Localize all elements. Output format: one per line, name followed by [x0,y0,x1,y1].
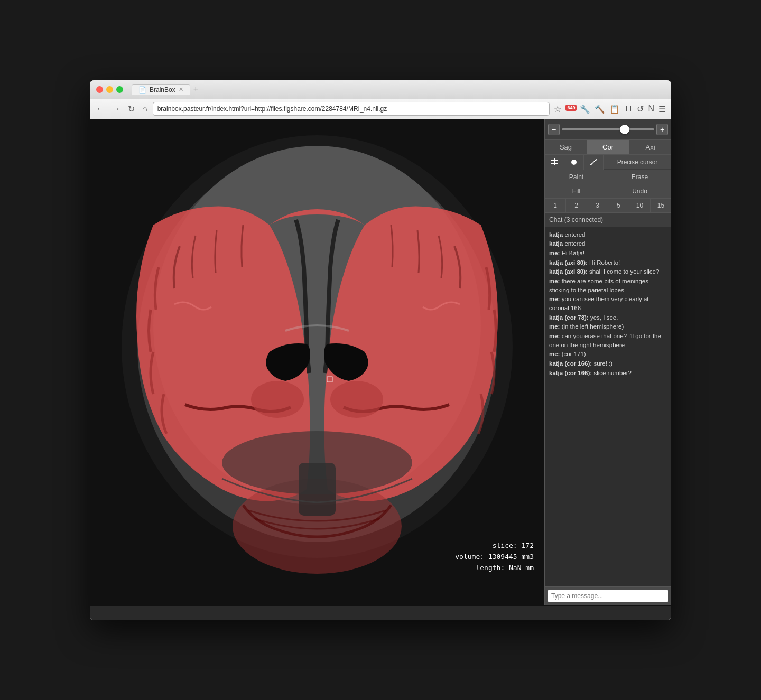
page-icon[interactable]: 📋 [608,103,621,115]
chat-msg-5: me: there are some bits of meninges stic… [549,277,667,294]
refresh-button[interactable]: ↻ [126,103,137,115]
brightness-plus-button[interactable]: + [656,124,668,135]
nav-extras: 649 🔧 🔨 📋 🖥 ↺ N ☰ [565,103,667,115]
tools-icon[interactable]: 🔨 [593,103,606,115]
monitor-icon[interactable]: 🖥 [623,103,634,115]
browser-window: 📄 BrainBox ✕ + ← → ↻ ⌂ ☆ 649 🔧 🔨 📋 🖥 ↺ N… [90,80,671,620]
close-button[interactable] [96,86,103,93]
browser-tab[interactable]: 📄 BrainBox ✕ [132,84,190,95]
fill-button[interactable]: Fill [545,184,608,198]
chat-header: Chat (3 connected) [545,213,671,227]
brush-5-button[interactable]: 5 [608,199,629,212]
tool-row: Precise cursor [545,155,671,170]
home-button[interactable]: ⌂ [140,103,150,115]
right-panel: − + Sag Cor Axi [544,119,671,605]
maximize-button[interactable] [116,86,123,93]
tab-bar: 📄 BrainBox ✕ + [132,84,201,95]
back-button[interactable]: ← [94,103,107,115]
tab-cor[interactable]: Cor [587,140,629,154]
fill-undo-row: Fill Undo [545,184,671,199]
chat-msg-8: me: (in the left hemisphere) [549,322,667,331]
link-tool-button[interactable] [584,155,604,170]
brush-1-button[interactable]: 1 [545,199,566,212]
chat-section: Chat (3 connected) katja entered katja e… [545,213,671,605]
bookmark-icon[interactable]: N [647,103,655,115]
chat-msg-7: katja (cor 78): yes, I see. [549,313,667,322]
brightness-slider[interactable] [562,128,654,130]
brain-svg [90,119,544,605]
brush-10-button[interactable]: 10 [629,199,651,212]
star-icon[interactable]: ☆ [553,103,562,115]
tab-title: BrainBox [150,86,175,94]
chat-msg-4: katja (axi 80): shall I come to your sli… [549,267,667,276]
chat-msg-0: katja entered [549,230,667,239]
svg-point-8 [222,431,412,494]
refresh2-icon[interactable]: ↺ [636,103,645,115]
menu-icon[interactable]: ☰ [657,103,667,115]
title-bar: 📄 BrainBox ✕ + [90,80,671,99]
erase-button[interactable]: Erase [608,170,671,184]
nav-bar: ← → ↻ ⌂ ☆ 649 🔧 🔨 📋 🖥 ↺ N ☰ [90,99,671,119]
tab-icon: 📄 [138,86,146,94]
crosshair-tool-button[interactable] [545,155,564,170]
brightness-bar: − + [545,119,671,140]
chat-msg-11: katja (cor 166): sure! :) [549,359,667,368]
chat-msg-10: me: (cor 171) [549,350,667,359]
brightness-minus-button[interactable]: − [548,124,560,135]
slice-number: slice: 172 [455,540,534,552]
new-tab-button[interactable]: + [190,85,201,94]
bottom-bar [90,605,671,620]
chat-msg-1: katja entered [549,239,667,248]
forward-button[interactable]: → [110,103,123,115]
paint-tool-button[interactable] [564,155,584,170]
tab-sag[interactable]: Sag [545,140,587,154]
slice-info: slice: 172 volume: 1309445 mm3 length: N… [455,540,534,573]
brush-2-button[interactable]: 2 [566,199,587,212]
brain-viewer[interactable]: slice: 172 volume: 1309445 mm3 length: N… [90,119,544,605]
precise-cursor-button[interactable]: Precise cursor [604,155,671,169]
chat-input-area [545,586,671,605]
chat-msg-6: me: you can see them very clearly at cor… [549,295,667,312]
window-controls [96,86,123,93]
svg-point-5 [330,381,383,418]
minimize-button[interactable] [106,86,113,93]
svg-point-4 [251,381,304,418]
chat-msg-9: me: can you erase that one? i'll go for … [549,332,667,349]
chat-input[interactable] [548,590,668,602]
view-tabs: Sag Cor Axi [545,140,671,155]
brush-size-row: 1 2 3 5 10 15 [545,199,671,213]
paint-erase-row: Paint Erase [545,170,671,184]
volume-info: volume: 1309445 mm3 [455,552,534,563]
length-info: length: NaN mm [455,563,534,574]
chat-msg-12: katja (cor 166): slice number? [549,369,667,378]
badge-649: 649 [565,105,577,111]
svg-point-10 [571,160,577,165]
chat-msg-2: me: Hi Katja! [549,249,667,258]
url-input[interactable] [153,102,550,116]
chat-messages[interactable]: katja entered katja entered me: Hi Katja… [545,227,671,586]
brush-15-button[interactable]: 15 [651,199,671,212]
main-content: slice: 172 volume: 1309445 mm3 length: N… [90,119,671,605]
tab-close-icon[interactable]: ✕ [179,86,183,93]
paint-button[interactable]: Paint [545,170,608,184]
brush-3-button[interactable]: 3 [587,199,608,212]
chat-msg-3: katja (axi 80): Hi Roberto! [549,258,667,267]
tab-axi[interactable]: Axi [629,140,671,154]
extension-icon[interactable]: 🔧 [579,103,591,115]
undo-button[interactable]: Undo [608,184,671,198]
